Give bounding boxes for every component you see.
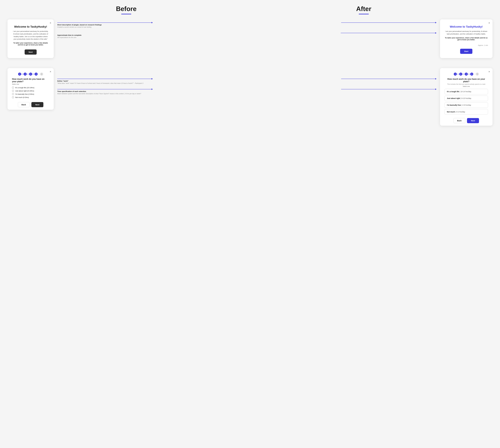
after-option-1[interactable]: It's a tough life | 10-14 hrs/day (445, 89, 488, 94)
before-welcome-body: I am your personalized sanctuary for pro… (12, 30, 49, 40)
after-dot-line-3 (468, 74, 470, 74)
before-welcome-panel: × Welcome to TaskyHusky! I am your perso… (7, 19, 54, 58)
after-dot-2: 2 (459, 73, 462, 76)
before-welcome-bold: To tailor your experience, share a few d… (12, 42, 49, 46)
ann-sub-1: Created a succint version as a result of… (57, 26, 436, 28)
before-welcome-title: Welcome to TaskyHusky! (12, 25, 49, 28)
radio-circle-3 (12, 93, 14, 95)
dot-line-2 (27, 74, 29, 74)
arrow-head-right-2 (435, 32, 436, 34)
q-arrow-head-right-1 (435, 78, 436, 80)
annotation-2: Approximate time to complete Set expecta… (57, 32, 436, 39)
q-ann-arrows-1 (57, 78, 436, 80)
arrow-line-right-2 (341, 33, 435, 33)
dot-line-1 (21, 74, 24, 74)
arrow-head-right-1 (435, 22, 436, 23)
dot-line-4 (38, 74, 40, 74)
after-start-button[interactable]: Start (460, 49, 472, 54)
before-btn-row: Next (12, 49, 49, 55)
q-ann-title-2: Time specification of each selection (57, 90, 436, 92)
radio-option-2[interactable]: Just about right (6-10hrs) (12, 90, 49, 92)
radio-circle-2 (12, 90, 14, 92)
q-arrow-head-1 (151, 78, 153, 80)
before-progress-dots: 1 2 3 4 5 (12, 73, 49, 76)
after-option-4[interactable]: Not much | 0-2 hrs/day (445, 109, 488, 114)
ann-arrows-2 (57, 32, 436, 34)
q-ann-arrows-2 (57, 88, 436, 90)
q-arrow-line-2 (57, 89, 151, 89)
after-underline (359, 14, 369, 14)
after-welcome-body: I am your personalized sanctuary for pro… (445, 30, 488, 35)
after-opt-bold-4: Not much (447, 111, 455, 113)
q-arrow-head-right-2 (435, 88, 436, 90)
after-opt-bold-3: I'm basically free (447, 104, 461, 106)
before-question-panel: × 1 2 3 4 5 How much work do you have on… (7, 68, 54, 110)
after-title: After (245, 5, 483, 13)
before-close-button[interactable]: × (50, 22, 51, 24)
after-option-2[interactable]: Just about right | 6-10 hrs/day (445, 96, 488, 101)
ann-title-2: Approximate time to complete (57, 34, 436, 36)
annotation-1: Short description of plugin, based on re… (57, 22, 436, 28)
after-welcome-bold: To tailor your experience, share a few d… (445, 37, 488, 41)
after-dot-3: 3 (465, 73, 468, 76)
after-option-3[interactable]: I'm basically free | 2-6 hrs/day (445, 102, 488, 108)
q-arrow-line-right-1 (341, 79, 435, 79)
after-dot-4: 4 (470, 73, 473, 76)
after-progress-dots: 1 2 3 4 5 (445, 73, 488, 76)
after-question-sub: This includes the time you spend activel… (445, 83, 488, 85)
row2: × 1 2 3 4 5 How much work do you have on… (7, 68, 493, 126)
before-question-title: How much work do you have on your plate? (12, 78, 49, 83)
after-dot-line-1 (457, 74, 459, 74)
dot-5: 5 (40, 73, 43, 76)
before-next-button[interactable]: Next (25, 49, 37, 55)
after-opt-bold-2: Just about right (447, 97, 460, 99)
q-ann-title-1: Define "work" (57, 80, 436, 82)
after-question-title: How much work do you have on your plate? (445, 78, 488, 83)
dot-2: 2 (24, 73, 27, 76)
radio-option-4[interactable]: Not much (0-2hrs) (12, 96, 49, 98)
after-dot-1: 1 (454, 73, 457, 76)
ann-sub-2: Set expectations for the usre (57, 36, 436, 39)
radio-label-4: Not much (0-2hrs) (15, 96, 29, 98)
after-opt-light-3: | 2-6 hrs/day (461, 104, 471, 106)
after-dot-line-4 (473, 74, 476, 74)
radio-circle-4 (12, 96, 14, 98)
after-time-label: Approx. 1 min (445, 44, 488, 46)
radio-label-2: Just about right (6-10hrs) (15, 90, 34, 92)
before-select-label: Select one (12, 83, 49, 85)
after-dot-5: 5 (476, 73, 479, 76)
after-opt-light-1: | 10-14 hrs/day (459, 91, 471, 93)
after-back-button[interactable]: Back (453, 118, 465, 123)
before-q-btn-row: Back Next (12, 102, 49, 107)
radio-option-3[interactable]: I'm basically free (2-6hrs) (12, 93, 49, 95)
after-welcome-panel: × Welcome to TaskyHusky! I am your perso… (440, 19, 493, 58)
arrow-line-right-1 (341, 22, 435, 23)
dot-1: 1 (18, 73, 21, 76)
q-arrow-head-2 (151, 88, 153, 90)
after-btn-row: Start (445, 49, 488, 54)
radio-option-1[interactable]: It's a tough life (10-14hrs) (12, 87, 49, 89)
arrow-head-1 (151, 22, 153, 23)
after-dot-line-2 (462, 74, 465, 74)
after-q-next-button[interactable]: Next (467, 118, 479, 123)
dot-3: 3 (29, 73, 32, 76)
dot-4: 4 (35, 73, 38, 76)
before-header: Before (7, 5, 245, 14)
before-q-close-button[interactable]: × (50, 70, 51, 73)
radio-circle-1 (12, 87, 14, 89)
radio-label-1: It's a tough life (10-14hrs) (15, 87, 34, 89)
after-close-button[interactable]: × (488, 22, 490, 24)
q-arrow-line-right-2 (341, 89, 435, 89)
before-back-button[interactable]: Back (18, 102, 30, 107)
q-annotation-1: Define "work" "What does "work" mean? If… (57, 78, 436, 84)
q-ann-sub-2: Match between system and the real world:… (57, 93, 436, 95)
before-title: Before (7, 5, 245, 13)
q-annotation-2: Time specification of each selection Mat… (57, 88, 436, 95)
dot-line-3 (32, 74, 35, 74)
after-header: After (245, 5, 483, 14)
ann-title-1: Short description of plugin, based on re… (57, 24, 436, 26)
row2-annotations: Define "work" "What does "work" mean? If… (54, 68, 440, 95)
before-q-next-button[interactable]: Next (31, 102, 44, 107)
after-q-close-button[interactable]: × (488, 70, 490, 73)
after-q-btn-row: Back Next (445, 118, 488, 123)
